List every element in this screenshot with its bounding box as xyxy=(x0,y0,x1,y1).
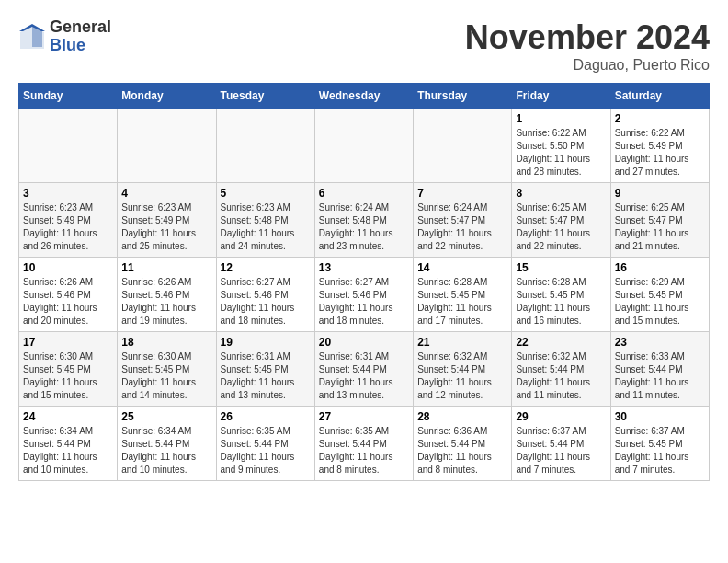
day-number: 22 xyxy=(516,336,606,349)
page-header: General Blue November 2024 Daguao, Puert… xyxy=(18,18,710,74)
day-info: Sunrise: 6:32 AMSunset: 5:44 PMDaylight:… xyxy=(516,350,606,402)
calendar-cell xyxy=(19,109,118,183)
calendar-header-row: Sunday Monday Tuesday Wednesday Thursday… xyxy=(19,84,710,109)
logo-blue: Blue xyxy=(50,37,111,55)
calendar-cell: 10Sunrise: 6:26 AMSunset: 5:46 PMDayligh… xyxy=(19,258,118,332)
day-number: 19 xyxy=(221,336,311,349)
day-number: 17 xyxy=(23,336,113,349)
day-number: 30 xyxy=(615,410,705,423)
calendar-week-3: 10Sunrise: 6:26 AMSunset: 5:46 PMDayligh… xyxy=(19,258,710,332)
calendar-cell: 18Sunrise: 6:30 AMSunset: 5:45 PMDayligh… xyxy=(118,332,216,407)
day-number: 12 xyxy=(221,261,311,274)
calendar-cell xyxy=(216,109,314,183)
day-info: Sunrise: 6:25 AMSunset: 5:47 PMDaylight:… xyxy=(615,201,705,253)
day-info: Sunrise: 6:26 AMSunset: 5:46 PMDaylight:… xyxy=(23,276,113,327)
calendar-cell: 13Sunrise: 6:27 AMSunset: 5:46 PMDayligh… xyxy=(314,258,413,332)
day-info: Sunrise: 6:37 AMSunset: 5:45 PMDaylight:… xyxy=(615,425,705,477)
day-info: Sunrise: 6:22 AMSunset: 5:49 PMDaylight:… xyxy=(615,127,705,178)
day-number: 9 xyxy=(615,187,705,200)
day-info: Sunrise: 6:28 AMSunset: 5:45 PMDaylight:… xyxy=(417,276,507,327)
calendar-cell: 27Sunrise: 6:35 AMSunset: 5:44 PMDayligh… xyxy=(314,407,413,481)
day-info: Sunrise: 6:29 AMSunset: 5:45 PMDaylight:… xyxy=(615,276,705,327)
day-number: 8 xyxy=(516,187,606,200)
day-number: 11 xyxy=(121,261,211,274)
day-info: Sunrise: 6:23 AMSunset: 5:48 PMDaylight:… xyxy=(221,201,311,253)
day-info: Sunrise: 6:33 AMSunset: 5:44 PMDaylight:… xyxy=(615,350,705,402)
day-number: 27 xyxy=(319,410,409,423)
header-friday: Friday xyxy=(512,84,610,109)
day-info: Sunrise: 6:31 AMSunset: 5:44 PMDaylight:… xyxy=(319,350,409,402)
day-info: Sunrise: 6:30 AMSunset: 5:45 PMDaylight:… xyxy=(23,350,113,402)
calendar-week-5: 24Sunrise: 6:34 AMSunset: 5:44 PMDayligh… xyxy=(19,407,710,481)
day-info: Sunrise: 6:30 AMSunset: 5:45 PMDaylight:… xyxy=(121,350,211,402)
day-info: Sunrise: 6:27 AMSunset: 5:46 PMDaylight:… xyxy=(221,276,311,327)
calendar-cell: 11Sunrise: 6:26 AMSunset: 5:46 PMDayligh… xyxy=(118,258,216,332)
calendar-cell: 1Sunrise: 6:22 AMSunset: 5:50 PMDaylight… xyxy=(512,109,610,183)
day-info: Sunrise: 6:23 AMSunset: 5:49 PMDaylight:… xyxy=(121,201,211,253)
day-info: Sunrise: 6:25 AMSunset: 5:47 PMDaylight:… xyxy=(516,201,606,253)
day-number: 6 xyxy=(319,187,409,200)
calendar-cell: 12Sunrise: 6:27 AMSunset: 5:46 PMDayligh… xyxy=(216,258,314,332)
day-number: 26 xyxy=(221,410,311,423)
calendar-cell: 17Sunrise: 6:30 AMSunset: 5:45 PMDayligh… xyxy=(19,332,118,407)
day-info: Sunrise: 6:36 AMSunset: 5:44 PMDaylight:… xyxy=(417,425,507,477)
calendar-week-2: 3Sunrise: 6:23 AMSunset: 5:49 PMDaylight… xyxy=(19,183,710,258)
calendar-cell: 7Sunrise: 6:24 AMSunset: 5:47 PMDaylight… xyxy=(414,183,512,258)
location: Daguao, Puerto Rico xyxy=(465,57,710,74)
calendar-cell: 19Sunrise: 6:31 AMSunset: 5:45 PMDayligh… xyxy=(216,332,314,407)
calendar-cell: 28Sunrise: 6:36 AMSunset: 5:44 PMDayligh… xyxy=(414,407,512,481)
day-number: 7 xyxy=(417,187,507,200)
calendar-cell: 14Sunrise: 6:28 AMSunset: 5:45 PMDayligh… xyxy=(414,258,512,332)
header-monday: Monday xyxy=(118,84,216,109)
logo-icon xyxy=(18,23,46,51)
day-number: 16 xyxy=(615,261,705,274)
calendar-cell: 26Sunrise: 6:35 AMSunset: 5:44 PMDayligh… xyxy=(216,407,314,481)
calendar-week-4: 17Sunrise: 6:30 AMSunset: 5:45 PMDayligh… xyxy=(19,332,710,407)
day-number: 21 xyxy=(417,336,507,349)
calendar-cell: 5Sunrise: 6:23 AMSunset: 5:48 PMDaylight… xyxy=(216,183,314,258)
day-number: 23 xyxy=(615,336,705,349)
day-info: Sunrise: 6:34 AMSunset: 5:44 PMDaylight:… xyxy=(121,425,211,477)
day-number: 3 xyxy=(23,187,113,200)
day-info: Sunrise: 6:28 AMSunset: 5:45 PMDaylight:… xyxy=(516,276,606,327)
day-info: Sunrise: 6:26 AMSunset: 5:46 PMDaylight:… xyxy=(121,276,211,327)
calendar-cell xyxy=(118,109,216,183)
calendar-cell: 29Sunrise: 6:37 AMSunset: 5:44 PMDayligh… xyxy=(512,407,610,481)
day-number: 10 xyxy=(23,261,113,274)
day-number: 14 xyxy=(417,261,507,274)
logo: General Blue xyxy=(18,18,111,55)
day-info: Sunrise: 6:24 AMSunset: 5:47 PMDaylight:… xyxy=(417,201,507,253)
day-number: 15 xyxy=(516,261,606,274)
calendar-table: Sunday Monday Tuesday Wednesday Thursday… xyxy=(18,83,710,481)
day-number: 20 xyxy=(319,336,409,349)
day-number: 29 xyxy=(516,410,606,423)
month-title: November 2024 xyxy=(465,18,710,57)
day-info: Sunrise: 6:32 AMSunset: 5:44 PMDaylight:… xyxy=(417,350,507,402)
calendar-cell: 21Sunrise: 6:32 AMSunset: 5:44 PMDayligh… xyxy=(414,332,512,407)
calendar-cell: 9Sunrise: 6:25 AMSunset: 5:47 PMDaylight… xyxy=(610,183,709,258)
day-number: 28 xyxy=(417,410,507,423)
logo-general: General xyxy=(50,18,111,37)
day-info: Sunrise: 6:24 AMSunset: 5:48 PMDaylight:… xyxy=(319,201,409,253)
calendar-cell: 23Sunrise: 6:33 AMSunset: 5:44 PMDayligh… xyxy=(610,332,709,407)
calendar-cell xyxy=(314,109,413,183)
day-number: 25 xyxy=(121,410,211,423)
calendar-cell: 24Sunrise: 6:34 AMSunset: 5:44 PMDayligh… xyxy=(19,407,118,481)
day-info: Sunrise: 6:34 AMSunset: 5:44 PMDaylight:… xyxy=(23,425,113,477)
day-number: 2 xyxy=(615,112,705,125)
day-number: 4 xyxy=(121,187,211,200)
day-info: Sunrise: 6:37 AMSunset: 5:44 PMDaylight:… xyxy=(516,425,606,477)
day-number: 24 xyxy=(23,410,113,423)
logo-text: General Blue xyxy=(50,18,111,55)
day-info: Sunrise: 6:35 AMSunset: 5:44 PMDaylight:… xyxy=(221,425,311,477)
day-info: Sunrise: 6:35 AMSunset: 5:44 PMDaylight:… xyxy=(319,425,409,477)
calendar-cell: 4Sunrise: 6:23 AMSunset: 5:49 PMDaylight… xyxy=(118,183,216,258)
calendar-cell: 25Sunrise: 6:34 AMSunset: 5:44 PMDayligh… xyxy=(118,407,216,481)
calendar-cell: 6Sunrise: 6:24 AMSunset: 5:48 PMDaylight… xyxy=(314,183,413,258)
header-saturday: Saturday xyxy=(610,84,709,109)
day-number: 18 xyxy=(121,336,211,349)
calendar-cell xyxy=(414,109,512,183)
calendar-cell: 15Sunrise: 6:28 AMSunset: 5:45 PMDayligh… xyxy=(512,258,610,332)
title-block: November 2024 Daguao, Puerto Rico xyxy=(465,18,710,74)
calendar-cell: 2Sunrise: 6:22 AMSunset: 5:49 PMDaylight… xyxy=(610,109,709,183)
